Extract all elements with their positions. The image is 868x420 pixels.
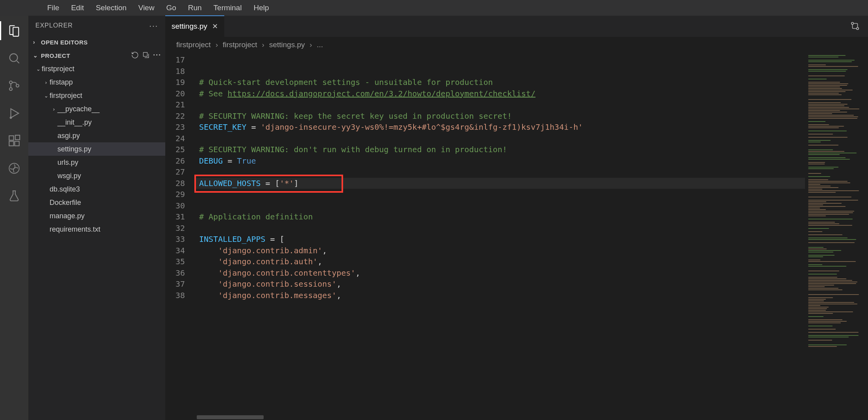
minimap[interactable] [805, 53, 868, 420]
code-line[interactable]: DEBUG = True [196, 155, 805, 167]
breadcrumb-item[interactable]: settings.py [269, 41, 305, 49]
tree-item-label: firstproject [50, 92, 82, 100]
section-tools: ··· [131, 51, 161, 60]
code-line[interactable]: SECRET_KEY = 'django-insecure-yy3y-ws0%!… [196, 122, 805, 133]
code-line[interactable] [196, 223, 805, 234]
refresh-icon[interactable] [131, 51, 139, 60]
code-line[interactable] [196, 54, 805, 66]
menubar: File Edit Selection View Go Run Terminal… [0, 0, 868, 16]
menu-help[interactable]: Help [253, 4, 269, 12]
menu-go[interactable]: Go [166, 4, 176, 12]
code-line[interactable] [196, 133, 805, 144]
more-icon[interactable]: ··· [153, 51, 161, 60]
sidebar-title: EXPLORER [35, 22, 73, 29]
svg-rect-10 [143, 52, 147, 56]
tree-item[interactable]: ›__pycache__ [28, 102, 165, 116]
tree-item[interactable]: urls.py [28, 156, 165, 169]
chevron-right-icon: › [50, 106, 57, 112]
tree-item[interactable]: db.sqlite3 [28, 182, 165, 196]
code-line[interactable]: 'django.contrib.auth', [196, 256, 805, 267]
menu-view[interactable]: View [139, 4, 155, 12]
code-line[interactable]: 'django.contrib.contenttypes', [196, 267, 805, 279]
compare-changes-icon[interactable] [850, 21, 860, 32]
beaker-icon[interactable] [7, 189, 21, 203]
chevron-down-icon: ⌄ [42, 93, 50, 99]
tree-item-label: firstapp [50, 78, 73, 87]
run-debug-icon[interactable] [7, 106, 21, 120]
tree-item-label: __init__.py [57, 118, 92, 127]
code-line[interactable]: 'django.contrib.messages', [196, 290, 805, 301]
svg-point-3 [16, 84, 19, 87]
open-editors-section[interactable]: › OPEN EDITORS [28, 35, 165, 49]
breadcrumb-item[interactable]: firstproject [176, 41, 211, 49]
tree-item[interactable]: requirements.txt [28, 223, 165, 236]
code-line[interactable]: # SECURITY WARNING: don't run with debug… [196, 144, 805, 155]
chevron-right-icon: › [310, 41, 312, 49]
breadcrumbs[interactable]: firstproject › firstproject › settings.p… [165, 37, 868, 53]
extensions-icon[interactable] [7, 134, 21, 148]
open-editors-label: OPEN EDITORS [41, 39, 88, 46]
menu-run[interactable]: Run [188, 4, 202, 12]
explorer-icon[interactable] [7, 24, 21, 38]
tree-item[interactable]: __init__.py [28, 116, 165, 129]
svg-point-12 [857, 27, 859, 29]
tree-item-label: requirements.txt [50, 225, 100, 234]
code-line[interactable]: # Quick-start development settings - uns… [196, 77, 805, 88]
close-icon[interactable]: ✕ [212, 22, 218, 31]
code-line[interactable] [196, 99, 805, 111]
collapse-icon[interactable] [142, 51, 150, 60]
tree-item-label: Dockerfile [50, 199, 81, 207]
line-gutter: 1718192021222324252627282930313233343536… [165, 53, 196, 420]
code-line[interactable]: 'django.contrib.admin', [196, 245, 805, 256]
tree-item-label: settings.py [57, 145, 91, 153]
menu-edit[interactable]: Edit [71, 4, 84, 12]
code-line[interactable] [196, 66, 805, 77]
tree-item[interactable]: asgi.py [28, 129, 165, 142]
svg-point-4 [10, 117, 12, 119]
code-line[interactable] [196, 166, 805, 178]
code-line[interactable] [196, 189, 805, 200]
search-icon[interactable] [7, 51, 21, 65]
eco-icon[interactable] [7, 161, 21, 175]
tabs-bar: settings.py ✕ [165, 16, 868, 37]
code-line[interactable]: 'django.contrib.sessions', [196, 278, 805, 290]
editor-body[interactable]: 1718192021222324252627282930313233343536… [165, 53, 868, 420]
code-line[interactable]: ALLOWED_HOSTS = ['*'] [196, 178, 805, 189]
code-line[interactable] [196, 200, 805, 212]
sidebar: EXPLORER ··· › OPEN EDITORS ⌄ PROJECT ··… [28, 16, 165, 420]
tree-item[interactable]: settings.py [28, 142, 165, 156]
tree-item[interactable]: manage.py [28, 209, 165, 223]
tree-item[interactable]: Dockerfile [28, 196, 165, 209]
svg-point-2 [9, 88, 12, 90]
chevron-down-icon: ⌄ [33, 52, 39, 59]
tree-item[interactable]: ›firstapp [28, 76, 165, 89]
tree-item[interactable]: ⌄firstproject [28, 89, 165, 102]
chevron-right-icon: › [33, 39, 39, 45]
editor-group: settings.py ✕ firstproject › firstprojec… [165, 16, 868, 420]
menu-file[interactable]: File [47, 4, 59, 12]
code-line[interactable]: INSTALLED_APPS = [ [196, 234, 805, 245]
menu-selection[interactable]: Selection [96, 4, 126, 12]
tree-item[interactable]: wsgi.py [28, 169, 165, 182]
breadcrumb-item[interactable]: ... [317, 41, 323, 49]
breadcrumb-item[interactable]: firstproject [223, 41, 257, 49]
project-section[interactable]: ⌄ PROJECT ··· [28, 49, 165, 62]
tree-item-label: asgi.py [57, 132, 80, 140]
chevron-right-icon: › [216, 41, 218, 49]
code-area[interactable]: # Quick-start development settings - uns… [196, 53, 805, 420]
svg-rect-6 [9, 141, 13, 146]
svg-rect-8 [15, 135, 20, 140]
svg-point-0 [10, 54, 18, 62]
code-line[interactable]: # SECURITY WARNING: keep the secret key … [196, 111, 805, 122]
tab-label: settings.py [172, 22, 207, 31]
sidebar-more-icon[interactable]: ··· [149, 21, 158, 30]
svg-rect-7 [15, 141, 19, 146]
menu-terminal[interactable]: Terminal [214, 4, 242, 12]
source-control-icon[interactable] [7, 79, 21, 93]
horizontal-scrollbar[interactable] [197, 415, 264, 419]
code-line[interactable]: # Application definition [196, 211, 805, 223]
tab-settings-py[interactable]: settings.py ✕ [165, 16, 225, 37]
tree-item[interactable]: ⌄firstproject [28, 62, 165, 76]
code-line[interactable]: # See https://docs.djangoproject.com/en/… [196, 88, 805, 99]
svg-point-11 [851, 22, 853, 24]
